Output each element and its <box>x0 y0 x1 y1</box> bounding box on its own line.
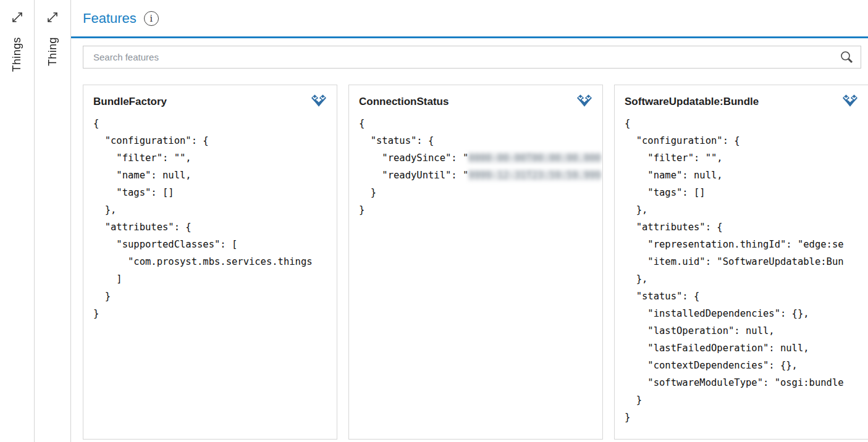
panel-label-things: Things <box>11 37 23 72</box>
page-title: Features <box>83 10 137 27</box>
feature-title: ConnectionStatus <box>359 96 449 108</box>
features-panel: Features i BundleFactory <box>71 0 868 442</box>
features-header: Features i <box>71 0 868 38</box>
feature-json: { "status": { "readySince": "0000-00-00T… <box>359 115 592 219</box>
card-header: BundleFactory <box>93 94 327 110</box>
expand-diagonal-icon[interactable] <box>45 10 60 25</box>
vorto-heart-icon <box>311 94 327 111</box>
redacted-value: 0000-00-00T00:00:00.000 <box>468 152 601 164</box>
search-icon[interactable] <box>837 48 856 67</box>
card-header: ConnectionStatus <box>359 94 592 110</box>
feature-card-list: BundleFactory <box>83 85 868 440</box>
feature-json: { "configuration": { "filter": "", "name… <box>93 115 327 322</box>
feature-card-connectionstatus[interactable]: ConnectionStatus <box>348 85 603 440</box>
vorto-heart-icon <box>576 94 592 111</box>
panel-label-thing: Thing <box>46 37 59 66</box>
feature-title: BundleFactory <box>93 96 167 108</box>
info-icon[interactable]: i <box>144 11 159 26</box>
search-bar <box>83 46 861 69</box>
collapsed-panel-thing[interactable]: Thing <box>35 0 71 442</box>
app-root: Things Thing Features i <box>0 0 868 442</box>
redacted-value: 9999-12-31T23:59:59.999 <box>468 170 601 181</box>
feature-title: SoftwareUpdatable:Bundle <box>625 96 759 108</box>
card-header: SoftwareUpdatable:Bundle <box>625 94 858 110</box>
collapsed-panel-things[interactable]: Things <box>0 0 35 442</box>
expand-diagonal-icon[interactable] <box>10 10 25 25</box>
feature-json: { "configuration": { "filter": "", "name… <box>625 115 858 426</box>
feature-card-softwareupdatable-bundle[interactable]: SoftwareUpdatable:Bundle <box>614 85 868 440</box>
feature-card-bundlefactory[interactable]: BundleFactory <box>83 85 337 440</box>
search-input[interactable] <box>93 52 837 62</box>
vorto-heart-icon <box>842 94 858 111</box>
